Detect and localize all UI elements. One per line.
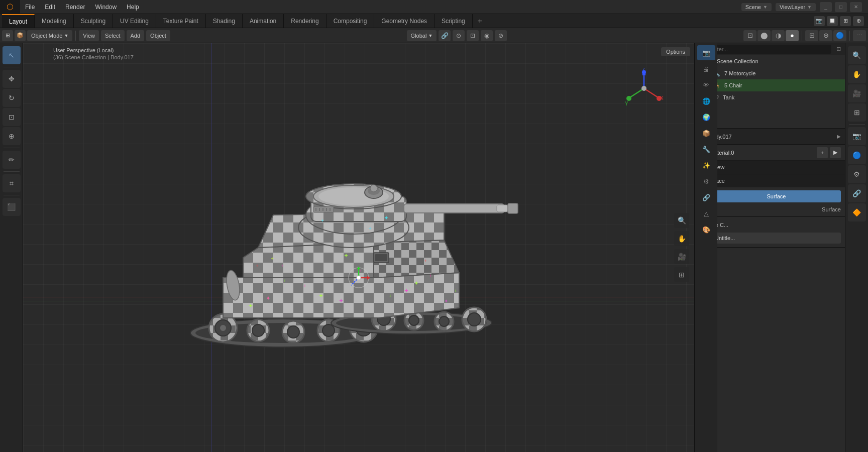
zoom-in-icon[interactable]: 🔍 — [674, 213, 689, 228]
overlay-toggle-btn[interactable]: ◉ — [481, 30, 493, 41]
overlay-icon[interactable]: ⊞ — [840, 16, 851, 26]
shading-mode-btns: ⊡ ⬤ ◑ ● ⊞ ⊕ 🔵 ⋯ — [743, 30, 866, 41]
right-icon-9[interactable]: 🔶 — [848, 203, 866, 221]
transform-pivot-btn[interactable]: ⊡ — [467, 30, 479, 41]
wireframe-shading-btn[interactable]: ⊡ — [743, 30, 756, 41]
tab-animation[interactable]: Animation — [243, 14, 284, 28]
more-options-btn[interactable]: ⋯ — [853, 30, 866, 41]
toolbar-sep-1 — [4, 67, 20, 67]
right-icon-2[interactable]: ✋ — [848, 65, 866, 83]
scale-tool-btn[interactable]: ⊡ — [3, 108, 21, 126]
snap-btn[interactable]: 🔗 — [439, 30, 451, 41]
outliner-item-chair[interactable]: ▶ 🪑 5 Chair — [703, 79, 845, 91]
right-icon-4[interactable]: ⊞ — [848, 103, 866, 122]
right-icon-1[interactable]: 🔍 — [848, 46, 866, 64]
right-icon-6[interactable]: 🔵 — [848, 146, 866, 164]
new-material-btn[interactable]: + — [817, 147, 828, 158]
right-icon-5[interactable]: 📷 — [848, 127, 866, 145]
tab-modeling[interactable]: Modeling — [35, 14, 74, 28]
maximize-btn[interactable]: □ — [835, 2, 847, 12]
tab-sculpting[interactable]: Sculpting — [74, 14, 113, 28]
outliner-search-input[interactable] — [708, 45, 831, 54]
view-layer-selector[interactable]: ViewLayer ▼ — [776, 3, 816, 11]
grid-view-icon[interactable]: ⊞ — [674, 267, 689, 282]
transform-tool-btn[interactable]: ⊕ — [3, 127, 21, 145]
axis-gizmo[interactable]: Z X Y — [624, 68, 664, 108]
xray-btn[interactable]: ⊘ — [495, 30, 507, 41]
render-preview-btn[interactable]: ● — [786, 30, 799, 41]
tab-rendering[interactable]: Rendering — [284, 14, 326, 28]
physics-props-tab[interactable]: ⚙ — [697, 174, 715, 189]
viewport-overlay-btn[interactable]: ⊞ — [805, 30, 818, 41]
options-button[interactable]: Options — [661, 47, 690, 56]
object-data-props-tab[interactable]: △ — [697, 206, 715, 221]
gizmo-toggle-btn[interactable]: ⊕ — [819, 30, 832, 41]
material-preview-btn[interactable]: ◑ — [772, 30, 785, 41]
gizmo-icon[interactable]: ⊕ — [853, 16, 864, 26]
svg-text:+: + — [321, 218, 324, 223]
scene-selector[interactable]: Scene ▼ — [741, 3, 772, 11]
right-icon-8[interactable]: 🔗 — [848, 184, 866, 202]
solid-shading-btn[interactable]: ⬤ — [757, 30, 771, 41]
modifier-props-tab[interactable]: 🔧 — [697, 142, 715, 157]
move-tool-btn[interactable]: ✥ — [3, 70, 21, 88]
constraints-props-tab[interactable]: 🔗 — [697, 190, 715, 205]
menu-window[interactable]: Window — [90, 0, 122, 14]
object-type-icon[interactable]: 📦 — [15, 30, 26, 41]
add-menu-btn[interactable]: Add — [127, 30, 145, 41]
menu-render[interactable]: Render — [60, 0, 90, 14]
close-btn[interactable]: ✕ — [850, 2, 862, 12]
proportional-edit-btn[interactable]: ⊙ — [453, 30, 465, 41]
outliner-filter-btn[interactable]: ⊡ — [836, 46, 841, 52]
base-color-header[interactable]: ▼ Base C... — [699, 219, 841, 231]
object-props-tab[interactable]: 📦 — [697, 126, 715, 141]
transform-global-btn[interactable]: Global ▼ — [407, 30, 437, 41]
tab-compositing[interactable]: Compositing — [327, 14, 375, 28]
base-color-name-input[interactable]: Untitle... — [712, 233, 841, 244]
tab-scripting[interactable]: Scripting — [435, 14, 473, 28]
right-icon-3[interactable]: 🎥 — [848, 84, 866, 102]
add-workspace-btn[interactable]: + — [473, 14, 487, 28]
add-cube-btn[interactable]: ⬛ — [3, 198, 21, 216]
menu-help[interactable]: Help — [122, 0, 144, 14]
annotate-tool-btn[interactable]: ✏ — [3, 151, 21, 169]
camera-view-icon[interactable]: 🎥 — [674, 249, 689, 264]
particles-props-tab[interactable]: ✨ — [697, 158, 715, 173]
object-mode-dropdown[interactable]: Object Mode ▼ — [27, 30, 72, 41]
outliner-item-motorcycle[interactable]: ▶ 🔧 7 Motorcycle — [703, 67, 845, 79]
select-menu-btn[interactable]: Select — [101, 30, 125, 41]
select-tool-btn[interactable]: ↖ — [3, 46, 21, 64]
render-icon[interactable]: 📷 — [814, 16, 825, 26]
tab-uv-editing[interactable]: UV Editing — [113, 14, 156, 28]
tab-geometry-nodes[interactable]: Geometry Nodes — [374, 14, 435, 28]
snap-toggle-btn[interactable]: 🔵 — [833, 30, 846, 41]
svg-text:✦: ✦ — [444, 298, 448, 304]
render-props-tab[interactable]: 📷 — [697, 45, 715, 60]
scene-props-tab[interactable]: 🌐 — [697, 93, 715, 108]
surface-type-btn[interactable]: Surface — [712, 190, 841, 202]
world-props-tab[interactable]: 🌍 — [697, 109, 715, 125]
app-logo[interactable]: ⬡ — [0, 0, 20, 14]
object-menu-btn[interactable]: Object — [146, 30, 170, 41]
outliner-item-tank[interactable]: ▶ 🛡 Tank — [703, 91, 845, 103]
tab-layout[interactable]: Layout — [2, 14, 35, 28]
tab-texture-paint[interactable]: Texture Paint — [156, 14, 206, 28]
measure-tool-btn[interactable]: ⌗ — [3, 174, 21, 192]
menu-file[interactable]: File — [20, 0, 40, 14]
svg-text:✦: ✦ — [248, 302, 253, 309]
minimize-btn[interactable]: _ — [820, 2, 832, 12]
rotate-tool-btn[interactable]: ↻ — [3, 89, 21, 107]
view-layer-props-tab[interactable]: 👁 — [697, 77, 715, 92]
right-icon-7[interactable]: ⚙ — [848, 165, 866, 183]
output-props-tab[interactable]: 🖨 — [697, 61, 715, 76]
viewport-shading-icon[interactable]: 🔲 — [827, 16, 838, 26]
view-menu-btn[interactable]: View — [79, 30, 99, 41]
menu-edit[interactable]: Edit — [40, 0, 60, 14]
viewport-perspective-label: User Perspective (Local) — [53, 47, 134, 53]
toggle-icon[interactable]: ▶ — [837, 134, 841, 139]
editor-type-btn[interactable]: ⊞ — [2, 30, 13, 41]
tab-shading[interactable]: Shading — [206, 14, 243, 28]
pan-icon[interactable]: ✋ — [674, 231, 689, 246]
material-props-tab[interactable]: 🎨 — [697, 222, 715, 237]
browse-material-btn[interactable]: ▶ — [830, 147, 841, 158]
